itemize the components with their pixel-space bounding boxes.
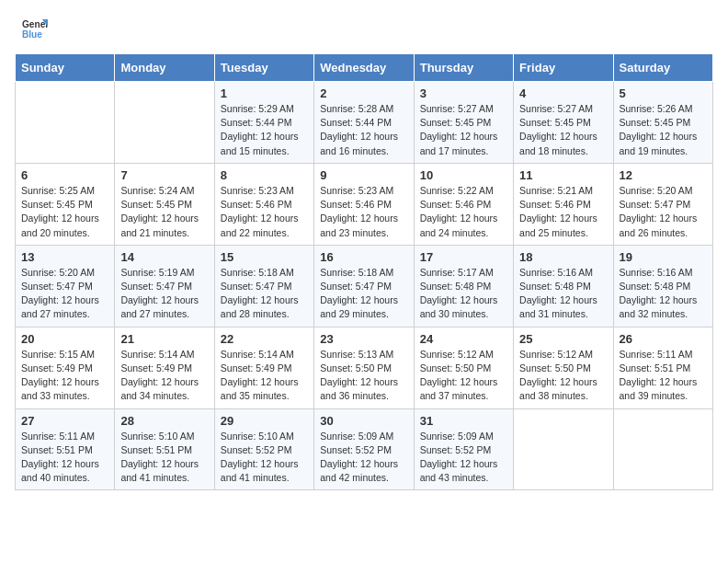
calendar-cell [115, 82, 214, 164]
day-number: 6 [21, 168, 108, 182]
calendar-cell: 11Sunrise: 5:21 AMSunset: 5:46 PMDayligh… [514, 163, 613, 245]
calendar-cell: 22Sunrise: 5:14 AMSunset: 5:49 PMDayligh… [214, 327, 313, 408]
calendar-cell: 17Sunrise: 5:17 AMSunset: 5:48 PMDayligh… [414, 245, 513, 327]
calendar-cell: 24Sunrise: 5:12 AMSunset: 5:50 PMDayligh… [414, 327, 513, 408]
calendar-cell: 28Sunrise: 5:10 AMSunset: 5:51 PMDayligh… [115, 408, 214, 490]
calendar-cell: 29Sunrise: 5:10 AMSunset: 5:52 PMDayligh… [214, 408, 313, 490]
day-number: 13 [21, 250, 108, 264]
page-header: General Blue [0, 0, 728, 50]
day-info: Sunrise: 5:20 AMSunset: 5:47 PMDaylight:… [21, 266, 108, 322]
week-row-5: 27Sunrise: 5:11 AMSunset: 5:51 PMDayligh… [16, 408, 713, 490]
calendar-cell: 18Sunrise: 5:16 AMSunset: 5:48 PMDayligh… [514, 245, 613, 327]
week-row-1: 1Sunrise: 5:29 AMSunset: 5:44 PMDaylight… [16, 82, 713, 164]
col-header-monday: Monday [115, 54, 214, 82]
calendar-cell: 31Sunrise: 5:09 AMSunset: 5:52 PMDayligh… [414, 408, 513, 490]
day-info: Sunrise: 5:16 AMSunset: 5:48 PMDaylight:… [519, 266, 607, 322]
day-info: Sunrise: 5:22 AMSunset: 5:46 PMDaylight:… [420, 184, 507, 240]
day-info: Sunrise: 5:23 AMSunset: 5:46 PMDaylight:… [221, 184, 308, 240]
day-number: 24 [420, 332, 507, 346]
calendar-cell: 27Sunrise: 5:11 AMSunset: 5:51 PMDayligh… [16, 408, 115, 490]
col-header-saturday: Saturday [613, 54, 712, 82]
calendar-cell [16, 82, 115, 164]
day-info: Sunrise: 5:26 AMSunset: 5:45 PMDaylight:… [620, 102, 707, 158]
calendar-cell: 21Sunrise: 5:14 AMSunset: 5:49 PMDayligh… [115, 327, 214, 408]
calendar-cell: 25Sunrise: 5:12 AMSunset: 5:50 PMDayligh… [514, 327, 613, 408]
day-info: Sunrise: 5:23 AMSunset: 5:46 PMDaylight:… [320, 184, 407, 240]
logo-icon: General Blue [22, 17, 48, 42]
day-info: Sunrise: 5:27 AMSunset: 5:45 PMDaylight:… [420, 102, 507, 158]
calendar-cell: 14Sunrise: 5:19 AMSunset: 5:47 PMDayligh… [115, 245, 214, 327]
calendar-cell: 30Sunrise: 5:09 AMSunset: 5:52 PMDayligh… [314, 408, 414, 490]
day-info: Sunrise: 5:12 AMSunset: 5:50 PMDaylight:… [519, 348, 607, 404]
calendar-table: SundayMondayTuesdayWednesdayThursdayFrid… [15, 53, 713, 490]
day-info: Sunrise: 5:09 AMSunset: 5:52 PMDaylight:… [320, 430, 407, 486]
calendar-cell: 26Sunrise: 5:11 AMSunset: 5:51 PMDayligh… [613, 327, 712, 408]
calendar-cell: 15Sunrise: 5:18 AMSunset: 5:47 PMDayligh… [214, 245, 313, 327]
calendar-cell: 6Sunrise: 5:25 AMSunset: 5:45 PMDaylight… [16, 163, 115, 245]
calendar-cell: 7Sunrise: 5:24 AMSunset: 5:45 PMDaylight… [115, 163, 214, 245]
day-number: 1 [221, 86, 308, 100]
calendar-cell [613, 408, 712, 490]
day-number: 23 [320, 332, 407, 346]
day-info: Sunrise: 5:21 AMSunset: 5:46 PMDaylight:… [519, 184, 607, 240]
day-info: Sunrise: 5:10 AMSunset: 5:52 PMDaylight:… [221, 430, 308, 486]
col-header-sunday: Sunday [16, 54, 115, 82]
day-number: 10 [420, 168, 507, 182]
day-number: 9 [320, 168, 407, 182]
day-number: 27 [21, 414, 108, 428]
day-number: 12 [620, 168, 707, 182]
day-number: 18 [519, 250, 607, 264]
day-number: 8 [221, 168, 308, 182]
day-number: 30 [320, 414, 407, 428]
day-number: 4 [519, 86, 607, 100]
calendar-cell: 5Sunrise: 5:26 AMSunset: 5:45 PMDaylight… [613, 82, 712, 164]
calendar-cell: 4Sunrise: 5:27 AMSunset: 5:45 PMDaylight… [514, 82, 613, 164]
day-info: Sunrise: 5:09 AMSunset: 5:52 PMDaylight:… [420, 430, 507, 486]
day-info: Sunrise: 5:29 AMSunset: 5:44 PMDaylight:… [221, 102, 308, 158]
week-row-2: 6Sunrise: 5:25 AMSunset: 5:45 PMDaylight… [16, 163, 713, 245]
calendar-cell: 10Sunrise: 5:22 AMSunset: 5:46 PMDayligh… [414, 163, 513, 245]
day-number: 19 [620, 250, 707, 264]
day-info: Sunrise: 5:18 AMSunset: 5:47 PMDaylight:… [221, 266, 308, 322]
day-info: Sunrise: 5:28 AMSunset: 5:44 PMDaylight:… [320, 102, 407, 158]
day-info: Sunrise: 5:14 AMSunset: 5:49 PMDaylight:… [221, 348, 308, 404]
calendar-cell: 1Sunrise: 5:29 AMSunset: 5:44 PMDaylight… [214, 82, 313, 164]
day-info: Sunrise: 5:16 AMSunset: 5:48 PMDaylight:… [620, 266, 707, 322]
calendar-cell: 12Sunrise: 5:20 AMSunset: 5:47 PMDayligh… [613, 163, 712, 245]
day-number: 15 [221, 250, 308, 264]
calendar-cell: 3Sunrise: 5:27 AMSunset: 5:45 PMDaylight… [414, 82, 513, 164]
week-row-4: 20Sunrise: 5:15 AMSunset: 5:49 PMDayligh… [16, 327, 713, 408]
day-number: 31 [420, 414, 507, 428]
day-number: 17 [420, 250, 507, 264]
calendar-cell: 2Sunrise: 5:28 AMSunset: 5:44 PMDaylight… [314, 82, 414, 164]
day-number: 14 [120, 250, 208, 264]
col-header-tuesday: Tuesday [214, 54, 313, 82]
calendar-cell: 8Sunrise: 5:23 AMSunset: 5:46 PMDaylight… [214, 163, 313, 245]
col-header-thursday: Thursday [414, 54, 513, 82]
calendar-cell: 16Sunrise: 5:18 AMSunset: 5:47 PMDayligh… [314, 245, 414, 327]
svg-text:Blue: Blue [22, 29, 42, 40]
day-info: Sunrise: 5:15 AMSunset: 5:49 PMDaylight:… [21, 348, 108, 404]
calendar-cell [514, 408, 613, 490]
col-header-friday: Friday [514, 54, 613, 82]
calendar-cell: 13Sunrise: 5:20 AMSunset: 5:47 PMDayligh… [16, 245, 115, 327]
day-number: 5 [620, 86, 707, 100]
col-header-wednesday: Wednesday [314, 54, 414, 82]
day-info: Sunrise: 5:18 AMSunset: 5:47 PMDaylight:… [320, 266, 407, 322]
day-info: Sunrise: 5:19 AMSunset: 5:47 PMDaylight:… [120, 266, 208, 322]
logo: General Blue [22, 17, 53, 42]
calendar: SundayMondayTuesdayWednesdayThursdayFrid… [0, 50, 728, 505]
day-number: 2 [320, 86, 407, 100]
calendar-header: SundayMondayTuesdayWednesdayThursdayFrid… [16, 54, 713, 82]
day-number: 28 [120, 414, 208, 428]
day-number: 11 [519, 168, 607, 182]
day-number: 21 [120, 332, 208, 346]
calendar-cell: 9Sunrise: 5:23 AMSunset: 5:46 PMDaylight… [314, 163, 414, 245]
day-number: 16 [320, 250, 407, 264]
day-number: 26 [620, 332, 707, 346]
day-number: 25 [519, 332, 607, 346]
day-info: Sunrise: 5:27 AMSunset: 5:45 PMDaylight:… [519, 102, 607, 158]
day-info: Sunrise: 5:11 AMSunset: 5:51 PMDaylight:… [21, 430, 108, 486]
day-info: Sunrise: 5:14 AMSunset: 5:49 PMDaylight:… [120, 348, 208, 404]
calendar-cell: 20Sunrise: 5:15 AMSunset: 5:49 PMDayligh… [16, 327, 115, 408]
